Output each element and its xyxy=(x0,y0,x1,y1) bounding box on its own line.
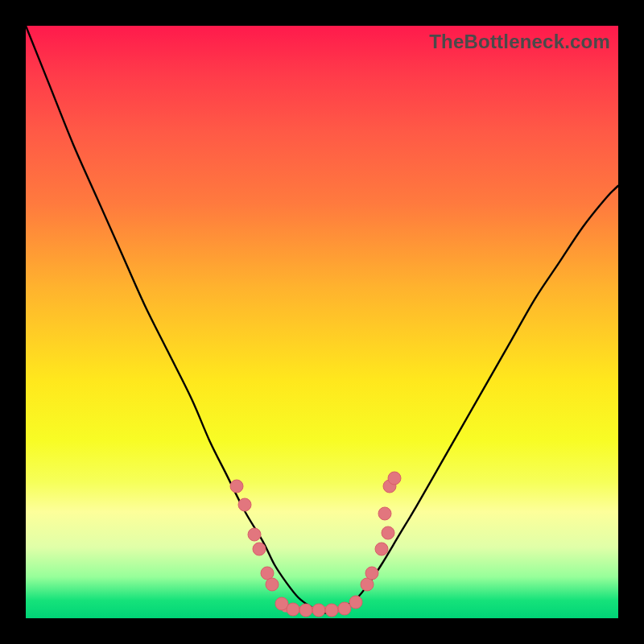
curve-marker-dot xyxy=(375,543,388,555)
curve-marker-dot xyxy=(253,543,266,555)
curve-marker-dot xyxy=(338,602,351,615)
curve-marker-dot xyxy=(382,526,394,539)
curve-marker-dot xyxy=(287,603,299,616)
curve-marker-dot xyxy=(275,597,288,610)
curve-marker-dot xyxy=(248,528,261,541)
curve-marker-dot xyxy=(299,604,312,617)
curve-marker-dot xyxy=(378,507,391,520)
curve-marker-dot xyxy=(365,567,378,580)
curve-marker-dot xyxy=(230,480,243,493)
curve-marker-dot xyxy=(325,604,338,617)
curve-marker-dot xyxy=(266,578,279,591)
bottleneck-curve xyxy=(26,26,618,618)
frame: TheBottleneck.com xyxy=(0,0,644,644)
curve-marker-dot xyxy=(238,498,251,511)
curve-marker-dot xyxy=(312,604,325,617)
curve-marker-dot xyxy=(388,472,401,485)
curve-marker-dot xyxy=(349,596,362,609)
chart-plot-area: TheBottleneck.com xyxy=(26,26,618,618)
